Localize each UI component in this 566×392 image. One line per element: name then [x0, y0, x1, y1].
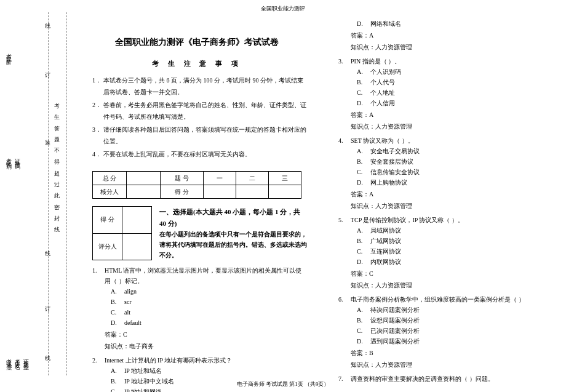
page-header: 全国职业能力测评: [0, 5, 566, 13]
question-text: Internet 上计算机的 IP 地址有哪两种表示形式？: [105, 355, 308, 366]
option-label: A.: [357, 66, 370, 77]
left-column: 全国职业能力测评《电子商务师》考试试卷 考 生 注 意 事 项 1．本试卷分三个…: [86, 18, 308, 392]
cut-mark: 订: [44, 302, 52, 302]
option-label: A.: [357, 305, 370, 315]
option-text: 互连网协议: [370, 246, 401, 257]
option-label: A.: [111, 366, 124, 376]
score-cell: [236, 185, 269, 199]
option-text: 安全电子交易协议: [370, 146, 420, 156]
score-cell: [204, 185, 236, 199]
section-header: 得 分 评分人 一、选择题(本大题共 40 小题，每小题 1 分，共 40 分)…: [92, 206, 308, 260]
score-cell: [269, 185, 301, 199]
kp-value: 人力资源管理: [375, 361, 412, 368]
option-text: scr: [124, 297, 132, 307]
notice-num: 2．: [92, 99, 103, 122]
answer-value: A: [369, 191, 373, 198]
notice-num: 3．: [92, 124, 103, 147]
answer-label: 答案：: [351, 350, 369, 356]
option-label: D.: [357, 336, 370, 346]
option-label: B.: [357, 236, 370, 246]
kp-value: 人力资源管理: [375, 282, 412, 289]
score-cell: 核分人: [93, 185, 127, 199]
binding-label: 考生年龄：: [5, 49, 13, 64]
question-text: 电子商务案例分析教学中，组织难度较高的一类案例分析是（ ）: [351, 294, 554, 305]
option-text: 待决问题案例分析: [370, 305, 420, 315]
option-text: 遇到问题案例分析: [370, 336, 420, 346]
option-text: 个人地址: [370, 87, 395, 98]
question-continued: D.网络和域名 答案：A 知识点：人力资源管理: [338, 18, 554, 52]
score-cell: 三: [269, 172, 301, 185]
kp-label: 知识点：: [351, 44, 375, 50]
option-label: D.: [357, 18, 370, 29]
option-label: A.: [357, 225, 370, 236]
question-number: 6.: [338, 294, 351, 305]
question-text: TCP 是传输控制协议，IP 协议又称（ ）。: [351, 215, 554, 225]
option-text: 广域网协议: [370, 236, 401, 246]
notice-text: 答卷前，考生务必用黑色签字笔将自己的姓名、性别、年龄、证件类型、证件号码、考试所…: [103, 99, 308, 122]
question-number: 7.: [338, 374, 351, 384]
option-text: 信息传输安全协议: [370, 167, 420, 177]
notice-text: 请仔细阅读各种题目后回答问题，答案须填写在统一规定的答题卡相对应的位置。: [103, 124, 308, 147]
option-label: B.: [357, 156, 370, 167]
question-text: HTML 语言中，浏览器无法显示图片时，要显示该图片的相关属性可以使用（ ）标记…: [105, 265, 308, 286]
kp-value: 人力资源管理: [375, 123, 412, 130]
notice-list: 1．本试卷分三个题号，共 6 页，满分为 100 分，考试用时 90 分钟，考试…: [86, 74, 308, 160]
score-cell: 题 号: [161, 172, 204, 185]
notice-num: 1．: [92, 74, 103, 98]
kp-value: 人力资源管理: [375, 44, 412, 50]
option-label: B.: [357, 77, 370, 87]
mini-cell: [122, 233, 152, 260]
binding-label: 考生姓名：: [14, 354, 22, 369]
answer-label: 答案：: [351, 111, 369, 118]
cut-mark: 订: [44, 68, 52, 68]
mini-cell: 评分人: [93, 233, 122, 260]
score-cell: 总 分: [93, 172, 127, 185]
cut-mark: 线: [44, 351, 52, 351]
score-cell: 二: [236, 172, 269, 185]
exam-title: 全国职业能力测评《电子商务师》考试试卷: [86, 37, 308, 48]
option-label: C.: [357, 87, 370, 98]
option-text: default: [124, 318, 142, 328]
option-text: 个人代号: [370, 77, 395, 87]
option-label: A.: [111, 286, 124, 297]
option-label: B.: [111, 297, 124, 307]
option-label: D.: [357, 98, 370, 108]
section-note: 在每小题列出的备选项中只有一个是符合题目要求的，请将其代码填写在题后的括号内。错…: [159, 229, 308, 260]
answer-value: C: [123, 331, 127, 338]
cut-mark: 线: [44, 18, 52, 19]
question-number: 2.: [92, 355, 105, 366]
kp-value: 电子商务: [129, 343, 154, 350]
option-label: A.: [357, 146, 370, 156]
question: 5.TCP 是传输控制协议，IP 协议又称（ ）。 A.局域网协议 B.广域网协…: [338, 215, 554, 290]
option-text: 设想问题案例分析: [370, 315, 420, 326]
question-text: PIN 指的是（ ）。: [351, 56, 554, 66]
option-text: alt: [124, 307, 130, 318]
question: 6.电子商务案例分析教学中，组织难度较高的一类案例分析是（ ） A.待决问题案例…: [338, 294, 554, 370]
binding-label: 证件号码：: [14, 154, 22, 169]
score-table: 总 分 题 号 一 二 三 核分人 得 分: [92, 171, 301, 199]
option-text: 内联网协议: [370, 257, 401, 267]
answer-label: 答案：: [105, 331, 123, 338]
answer-value: C: [369, 270, 373, 277]
right-column: D.网络和域名 答案：A 知识点：人力资源管理 3.PIN 指的是（ ）。 A.…: [332, 18, 554, 388]
option-label: D.: [357, 177, 370, 188]
notice-num: 4．: [92, 148, 103, 160]
question: 1.HTML 语言中，浏览器无法显示图片时，要显示该图片的相关属性可以使用（ ）…: [92, 265, 308, 351]
kp-label: 知识点：: [351, 282, 375, 289]
kp-label: 知识点：: [351, 123, 375, 130]
notice-text: 不要在试卷上乱写乱画，不要在标封区填写无关内容。: [103, 148, 308, 160]
binding-margin: 考试地点： 考生姓名： 证件类型： 考生性别： 证件号码： 考生年龄： 考 生 …: [5, 12, 73, 375]
option-text: align: [124, 286, 137, 297]
option-label: C.: [111, 307, 124, 318]
binding-label: 考生性别：: [5, 154, 13, 169]
answer-value: A: [369, 111, 373, 118]
score-cell: [127, 172, 161, 185]
question: 4.SET 协议又称为（ ）。 A.安全电子交易协议 B.安全套接层协议 C.信…: [338, 135, 554, 211]
question-number: 1.: [92, 265, 105, 286]
mini-cell: [122, 207, 152, 234]
score-cell: 得 分: [161, 185, 204, 199]
kp-label: 知识点：: [351, 361, 375, 368]
kp-label: 知识点：: [351, 202, 375, 209]
score-cell: [127, 185, 161, 199]
option-text: 个人识别码: [370, 66, 401, 77]
